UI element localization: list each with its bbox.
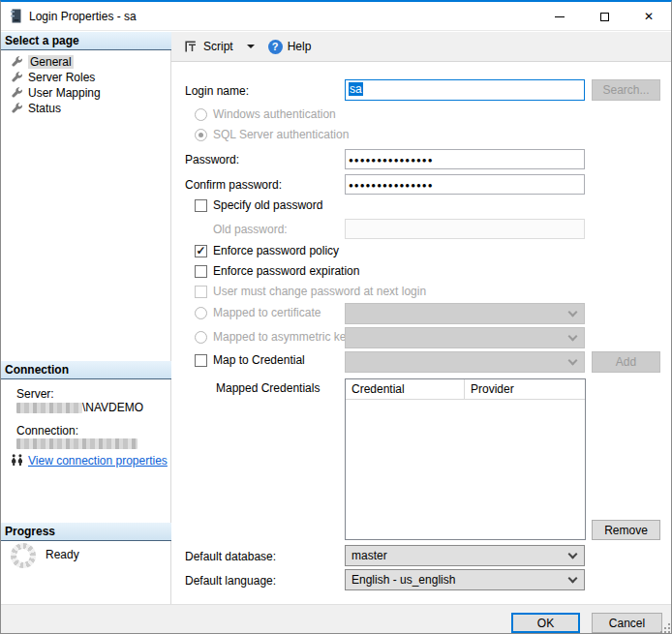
sidebar-item-status[interactable]: Status [7,101,65,116]
maximize-icon [600,13,609,21]
chevron-down-icon [568,307,578,317]
chevron-down-icon [568,573,578,583]
old-password-label: Old password: [213,223,288,236]
dialog-footer: OK Cancel [1,604,672,634]
confirm-password-label: Confirm password: [185,178,282,192]
server-label: Server: [16,387,54,401]
wrench-icon [11,87,23,100]
maximize-button[interactable] [582,2,626,31]
window-title: Login Properties - sa [29,10,137,23]
login-properties-dialog: Login Properties - sa ✕ Select a page Ge… [0,0,672,634]
must-change-password-label: User must change password at next login [213,285,426,298]
mapped-credentials-table[interactable]: Credential Provider [345,378,586,540]
mapped-to-certificate-label: Mapped to certificate [213,306,321,319]
redacted-server-name [16,403,82,413]
sidebar-item-general[interactable]: General [7,54,77,70]
default-language-combobox[interactable]: English - us_english [345,569,585,590]
script-icon [185,41,199,53]
password-label: Password: [185,153,239,166]
chevron-down-icon [568,355,578,365]
mapped-to-certificate-radio [195,307,207,319]
confirm-password-input[interactable]: ●●●●●●●●●●●●●●● [345,174,585,195]
default-database-value: master [351,549,387,562]
script-button[interactable]: Script [181,37,237,56]
close-button[interactable]: ✕ [626,2,671,31]
toolbar: Script ? Help [171,32,672,62]
login-name-value: sa [349,82,363,96]
enforce-password-policy-label: Enforce password policy [213,244,339,257]
script-dropdown-icon[interactable] [247,45,255,48]
titlebar: Login Properties - sa ✕ [1,2,671,31]
password-masked-value: ●●●●●●●●●●●●●●● [349,156,433,165]
connection-properties-icon [11,454,24,469]
view-connection-properties-link[interactable]: View connection properties [28,454,168,468]
select-a-page-header: Select a page [1,32,171,50]
certificate-combobox [345,303,585,324]
progress-header: Progress [1,523,171,541]
close-icon: ✕ [644,11,654,22]
check-icon: ✓ [196,245,205,257]
cancel-button[interactable]: Cancel [592,613,662,633]
provider-column-header[interactable]: Provider [465,379,585,399]
mapped-credentials-label: Mapped Credentials [216,381,320,395]
specify-old-password-label: Specify old password [213,198,322,212]
sql-server-authentication-label: SQL Server authentication [213,128,349,141]
sidebar-item-label: Status [28,102,61,115]
old-password-input [345,219,585,239]
ok-button[interactable]: OK [511,613,580,633]
help-button[interactable]: ? Help [264,37,316,57]
confirm-password-masked-value: ●●●●●●●●●●●●●●● [349,181,433,190]
sidebar-item-label: Server Roles [28,71,95,84]
help-icon: ? [268,40,283,54]
default-database-combobox[interactable]: master [345,545,585,566]
specify-old-password-checkbox[interactable] [195,199,207,212]
remove-button[interactable]: Remove [592,520,660,540]
sidebar-item-server-roles[interactable]: Server Roles [7,70,99,85]
default-language-label: Default language: [185,574,276,588]
help-label: Help [288,40,312,53]
default-language-value: English - us_english [351,573,455,587]
enforce-password-policy-checkbox[interactable]: ✓ [195,245,207,257]
default-database-label: Default database: [185,550,276,563]
sql-server-authentication-radio [195,129,207,141]
server-icon [11,9,21,23]
chevron-down-icon [568,549,578,559]
mapped-to-asymmetric-key-radio [195,331,207,344]
credential-combobox [345,351,585,373]
sidebar: Select a page General Server Roles User … [1,32,171,604]
redacted-connection-name [16,438,137,449]
connection-label: Connection: [16,424,78,438]
login-name-label: Login name: [185,84,249,98]
progress-status: Ready [46,548,79,561]
windows-authentication-label: Windows authentication [213,107,336,121]
chevron-down-icon [568,331,578,341]
map-to-credential-checkbox[interactable] [195,354,207,367]
add-button: Add [592,351,660,373]
enforce-password-expiration-label: Enforce password expiration [213,264,359,278]
sidebar-item-label: User Mapping [28,86,101,100]
must-change-password-checkbox [195,286,207,298]
enforce-password-expiration-checkbox[interactable] [195,265,207,278]
wrench-icon [11,103,23,115]
resize-grip[interactable] [660,623,670,633]
login-name-input[interactable]: sa [345,79,585,101]
credential-column-header[interactable]: Credential [346,379,465,399]
asymmetric-key-combobox [345,327,585,348]
progress-spinner-icon [11,543,36,568]
table-header-row: Credential Provider [346,379,585,400]
connection-header: Connection [1,361,171,379]
search-button: Search... [592,79,660,101]
map-to-credential-label: Map to Credential [213,353,305,367]
wrench-icon [11,56,23,69]
sidebar-item-label: General [28,55,74,69]
server-value: \NAVDEMO [16,401,143,414]
password-input[interactable]: ●●●●●●●●●●●●●●● [345,149,585,169]
minimize-button[interactable] [537,2,582,31]
mapped-to-asymmetric-key-label: Mapped to asymmetric key [213,330,351,344]
wrench-icon [11,72,23,84]
sidebar-item-user-mapping[interactable]: User Mapping [7,85,105,101]
windows-authentication-radio [195,108,207,121]
minimize-icon [555,16,565,17]
script-label: Script [203,40,233,53]
